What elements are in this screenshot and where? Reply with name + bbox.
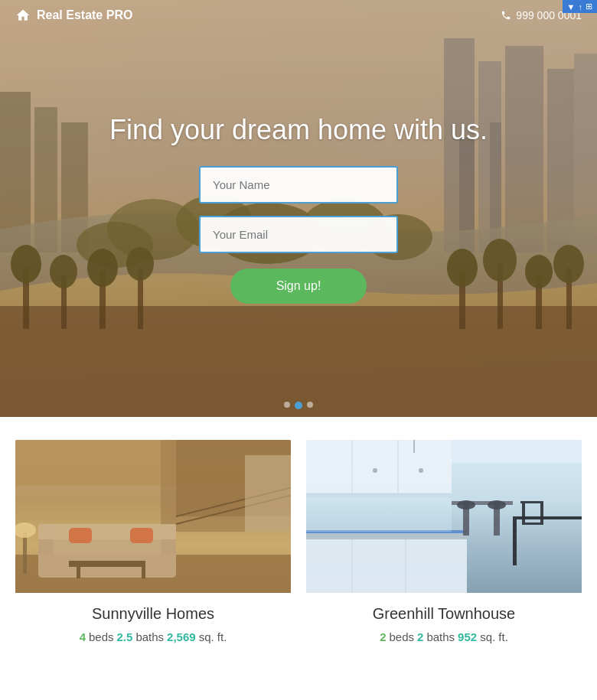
svg-rect-84 (306, 440, 582, 593)
signup-button[interactable]: Sign up! (230, 269, 367, 304)
beds-count-2: 2 (380, 630, 386, 643)
scroll-indicator (284, 402, 313, 409)
arrow-up-icon[interactable]: ↑ (579, 2, 583, 11)
sqft-label-2: sq. ft. (480, 630, 508, 643)
property-info-1: Sunnyville Homes 4 beds 2.5 baths 2,569 … (15, 593, 291, 651)
arrow-down-icon[interactable]: ▼ (567, 2, 576, 11)
baths-label-1: baths (135, 630, 164, 643)
sqft-label-1: sq. ft. (199, 630, 227, 643)
scroll-dot-2[interactable] (295, 402, 302, 409)
property-name-2: Greenhill Townhouse (314, 605, 574, 623)
property-details-1: 4 beds 2.5 baths 2,569 sq. ft. (23, 630, 283, 643)
home-icon (15, 8, 31, 23)
hero-title: Find your dream home with us. (109, 114, 488, 146)
phone-icon (501, 10, 511, 21)
living-room-image (15, 440, 291, 593)
logo: Real Estate PRO (15, 8, 132, 23)
scroll-dot-1[interactable] (284, 402, 290, 408)
grid-icon[interactable]: ⊞ (586, 2, 592, 11)
hero-section: Real Estate PRO 999 000 0001 Find your d… (0, 0, 597, 417)
top-bar: ▼ ↑ ⊞ (563, 0, 597, 13)
hero-content: Find your dream home with us. Sign up! (0, 0, 597, 417)
beds-label-1: beds (89, 630, 114, 643)
beds-label-2: beds (390, 630, 415, 643)
property-card-1[interactable]: Sunnyville Homes 4 beds 2.5 baths 2,569 … (15, 440, 291, 651)
svg-rect-55 (15, 440, 291, 593)
kitchen-image (306, 440, 582, 593)
site-header: Real Estate PRO 999 000 0001 (0, 0, 597, 31)
properties-section: Sunnyville Homes 4 beds 2.5 baths 2,569 … (0, 417, 597, 674)
property-card-2[interactable]: Greenhill Townhouse 2 beds 2 baths 952 s… (306, 440, 582, 651)
brand-name: Real Estate PRO (37, 8, 132, 22)
sqft-count-2: 952 (458, 630, 477, 643)
properties-grid: Sunnyville Homes 4 beds 2.5 baths 2,569 … (15, 440, 582, 651)
name-input[interactable] (199, 166, 398, 203)
sqft-count-1: 2,569 (167, 630, 196, 643)
property-image-2 (306, 440, 582, 593)
property-info-2: Greenhill Townhouse 2 beds 2 baths 952 s… (306, 593, 582, 651)
property-image-1 (15, 440, 291, 593)
scroll-dot-3[interactable] (307, 402, 313, 408)
property-name-1: Sunnyville Homes (23, 605, 283, 623)
baths-count-2: 2 (417, 630, 423, 643)
email-input[interactable] (199, 216, 398, 253)
baths-count-1: 2.5 (117, 630, 133, 643)
baths-label-2: baths (426, 630, 455, 643)
property-details-2: 2 beds 2 baths 952 sq. ft. (314, 630, 574, 643)
beds-count-1: 4 (80, 630, 86, 643)
